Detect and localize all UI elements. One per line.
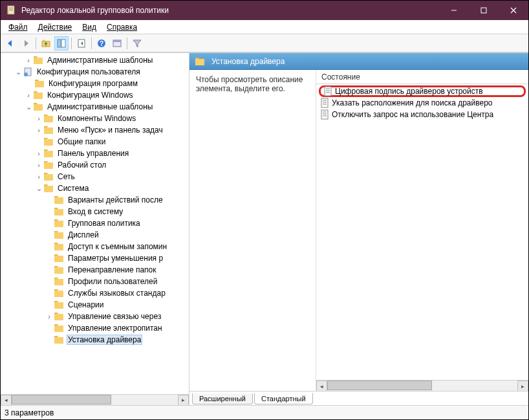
toolbar-separator bbox=[71, 38, 72, 49]
svg-rect-43 bbox=[195, 59, 204, 65]
toolbar-separator bbox=[36, 38, 36, 49]
scroll-left-button[interactable]: ◂ bbox=[1, 395, 12, 406]
expander-icon[interactable]: › bbox=[34, 149, 43, 157]
svg-rect-20 bbox=[35, 81, 44, 87]
toolbar: ? bbox=[1, 34, 528, 52]
expander-icon[interactable]: › bbox=[34, 161, 43, 169]
tree-node[interactable]: Доступ к съемным запомин bbox=[1, 241, 189, 252]
tree-label: Доступ к съемным запомин bbox=[67, 242, 168, 251]
folder-icon bbox=[54, 254, 64, 263]
tab-standard[interactable]: Стандартный bbox=[254, 393, 313, 404]
expander-icon[interactable]: › bbox=[24, 56, 33, 64]
tree-label: Конфигурация Windows bbox=[46, 91, 135, 100]
properties-button[interactable] bbox=[110, 36, 124, 50]
svg-rect-39 bbox=[54, 302, 63, 309]
filter-button[interactable] bbox=[130, 36, 144, 50]
setting-search-locations[interactable]: Указать расположения для поиска драйверо bbox=[320, 97, 524, 109]
show-hide-tree-button[interactable] bbox=[54, 36, 69, 50]
menu-view[interactable]: Вид bbox=[77, 21, 102, 33]
svg-rect-42 bbox=[54, 337, 63, 344]
setting-digital-signature[interactable]: Цифровая подпись драйверов устройств bbox=[319, 85, 526, 97]
svg-rect-23 bbox=[44, 116, 53, 122]
expander-icon[interactable]: › bbox=[34, 173, 43, 181]
folder-icon bbox=[54, 230, 64, 239]
tree-node[interactable]: › Компоненты Windows bbox=[1, 113, 189, 124]
tree-label: Меню «Пуск» и панель задач bbox=[56, 126, 164, 135]
tree-node[interactable]: Варианты действий после bbox=[1, 194, 189, 206]
tree-node[interactable]: ⌄ Административные шаблоны bbox=[1, 101, 189, 113]
folder-icon bbox=[195, 57, 205, 66]
column-header-state[interactable]: Состояние bbox=[316, 70, 528, 84]
svg-rect-17 bbox=[34, 58, 43, 64]
maximize-button[interactable] bbox=[469, 1, 499, 20]
tree-node[interactable]: Конфигурация программ bbox=[1, 78, 189, 89]
tree-node[interactable]: Параметры уменьшения р bbox=[1, 252, 189, 264]
tree-node[interactable]: Сценарии bbox=[1, 299, 189, 311]
menubar: Файл Действие Вид Справка bbox=[1, 20, 528, 34]
scroll-right-button[interactable]: ▸ bbox=[517, 381, 528, 391]
svg-rect-28 bbox=[44, 174, 53, 181]
tree-node[interactable]: › Сеть bbox=[1, 171, 189, 182]
tree-node-user-config[interactable]: ⌄ Конфигурация пользователя bbox=[1, 66, 189, 78]
tree-node-system[interactable]: ⌄ Система bbox=[1, 182, 189, 194]
tab-extended[interactable]: Расширенный bbox=[192, 393, 253, 404]
scroll-thumb[interactable] bbox=[327, 381, 432, 390]
expander-icon[interactable]: ⌄ bbox=[24, 103, 33, 111]
svg-rect-33 bbox=[54, 232, 63, 239]
expander-icon[interactable]: › bbox=[24, 91, 33, 99]
expander-icon[interactable]: ⌄ bbox=[34, 184, 43, 193]
minimize-button[interactable] bbox=[439, 1, 469, 20]
up-folder-button[interactable] bbox=[39, 36, 53, 50]
forward-button[interactable] bbox=[19, 36, 33, 50]
svg-rect-52 bbox=[321, 110, 328, 119]
scroll-left-button[interactable]: ◂ bbox=[316, 381, 327, 391]
svg-rect-0 bbox=[8, 6, 14, 14]
tree-label: Параметры уменьшения р bbox=[67, 254, 164, 263]
expander-icon[interactable]: ⌄ bbox=[14, 68, 23, 76]
expander-icon[interactable]: › bbox=[34, 115, 43, 122]
tree-node[interactable]: Общие папки bbox=[1, 136, 189, 148]
folder-icon bbox=[43, 126, 54, 135]
tree-node[interactable]: › Рабочий стол bbox=[1, 159, 189, 171]
back-button[interactable] bbox=[3, 36, 17, 50]
tree-node[interactable]: Профили пользователей bbox=[1, 276, 189, 287]
tree-node[interactable]: › Конфигурация Windows bbox=[1, 89, 189, 101]
tree-node[interactable]: Управление электропитан bbox=[1, 322, 189, 334]
tree-scroll[interactable]: › Административные шаблоны ⌄ Конфигураци… bbox=[1, 53, 189, 394]
svg-rect-11 bbox=[61, 39, 65, 47]
scroll-right-button[interactable]: ▸ bbox=[178, 395, 189, 406]
scroll-thumb[interactable] bbox=[12, 395, 111, 404]
tree-node[interactable]: Службы языковых стандар bbox=[1, 287, 189, 299]
scroll-track[interactable] bbox=[12, 395, 178, 406]
folder-icon bbox=[54, 277, 64, 286]
tree-node[interactable]: › Меню «Пуск» и панель задач bbox=[1, 124, 189, 136]
svg-rect-44 bbox=[325, 87, 331, 96]
folder-icon bbox=[54, 207, 64, 216]
tree-h-scrollbar[interactable]: ◂ ▸ bbox=[1, 394, 189, 405]
tree-node-driver-install[interactable]: Установка драйвера bbox=[1, 334, 189, 346]
export-list-button[interactable] bbox=[74, 36, 89, 50]
help-button[interactable]: ? bbox=[94, 36, 109, 50]
tree-node[interactable]: Дисплей bbox=[1, 229, 189, 241]
close-button[interactable] bbox=[499, 1, 528, 20]
tree-node[interactable]: › Административные шаблоны bbox=[1, 54, 189, 66]
tree-label: Службы языковых стандар bbox=[67, 289, 167, 298]
menu-file[interactable]: Файл bbox=[3, 21, 33, 33]
tree-label: Административные шаблоны bbox=[46, 102, 154, 111]
tree-label: Конфигурация пользователя bbox=[36, 67, 142, 76]
setting-label: Отключить запрос на использование Центра bbox=[332, 110, 493, 119]
tree-node[interactable]: › Панель управления bbox=[1, 148, 189, 159]
setting-disable-prompt[interactable]: Отключить запрос на использование Центра bbox=[320, 109, 524, 120]
scroll-track[interactable] bbox=[327, 381, 517, 391]
menu-help[interactable]: Справка bbox=[102, 21, 142, 33]
tree-label: Панель управления bbox=[56, 149, 130, 158]
menu-action[interactable]: Действие bbox=[33, 21, 78, 33]
tree-node[interactable]: Вход в систему bbox=[1, 206, 189, 217]
list-h-scrollbar[interactable]: ◂ ▸ bbox=[316, 380, 528, 391]
svg-rect-21 bbox=[34, 93, 43, 99]
expander-icon[interactable]: › bbox=[45, 313, 54, 320]
expander-icon[interactable]: › bbox=[34, 126, 43, 134]
tree-node[interactable]: ›Управление связью через bbox=[1, 311, 189, 322]
tree-node[interactable]: Перенаправление папок bbox=[1, 264, 189, 276]
tree-node[interactable]: Групповая политика bbox=[1, 217, 189, 229]
